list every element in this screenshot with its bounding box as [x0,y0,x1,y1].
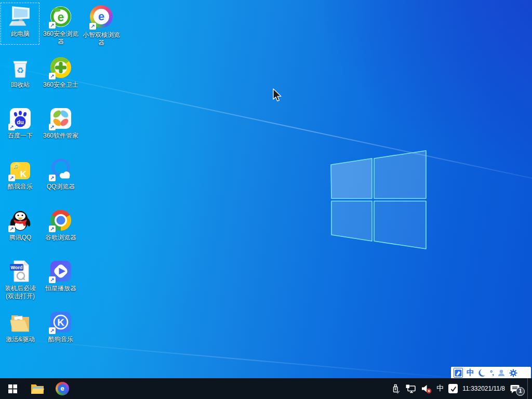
kugou-k-glyph: K [57,317,64,328]
show-desktop-button[interactable] [527,378,532,399]
desktop-icon-chrome[interactable]: ↗ 谷歌浏览器 [41,208,81,242]
chrome-icon: ↗ [48,208,73,233]
desktop-wallpaper: 此电脑 ♻ 回收站 du ↗ 百度一下 [0,0,532,378]
shortcut-arrow-icon: ↗ [89,23,96,30]
folder-icon [8,310,33,335]
icon-label: 腾讯QQ [0,234,41,242]
shortcut-arrow-icon: ↗ [8,175,15,181]
baidu-icon: du ↗ [8,106,33,131]
desktop-icon-kuwo-music[interactable]: ♫ K ↗ 酷我音乐 [0,157,41,191]
shortcut-arrow-icon: ↗ [49,276,56,283]
shortcut-arrow-icon: ↗ [49,327,56,334]
360-browser-taskbar-button[interactable]: e [50,378,75,399]
icon-label: 360软件管家 [41,132,81,140]
kuwo-music-icon: ♫ K ↗ [8,157,33,182]
ime-logo-icon[interactable] [454,368,463,378]
notification-count-badge: 1 [516,387,525,396]
recycle-glyph: ♻ [17,66,24,75]
action-center-button[interactable]: 1 [510,384,521,394]
desktop-icon-kugou-music[interactable]: K ↗ 酷狗音乐 [41,310,81,343]
shortcut-arrow-icon: ↗ [49,225,56,232]
windows-logo-wallpaper [327,147,429,252]
recycle-bin-icon: ♻ [8,55,33,80]
shortcut-arrow-icon: ↗ [49,22,56,29]
360-safe-tray-icon[interactable] [448,384,458,393]
ime-toolbar: 中 °, [451,367,531,378]
qq-browser-icon: ↗ [48,157,73,182]
start-button[interactable] [0,378,25,399]
word-document-icon: Word [8,259,33,284]
taskbar-clock[interactable]: 11:33 2021/11/8 [462,385,505,393]
icon-label: 此电脑 [0,30,41,38]
icon-label: 酷狗音乐 [41,336,81,343]
360-browser-icon: e [56,382,69,395]
file-explorer-button[interactable] [25,378,50,399]
desktop-icon-recycle-bin[interactable]: ♻ 回收站 [0,55,41,89]
icon-label: 激活&驱动 [0,336,41,343]
taskbar-app-area: e [0,378,75,399]
desktop-icon-360-security-guard[interactable]: ↗ 360安全卫士 [41,55,81,89]
desktop-icon-xiaozhi-browser[interactable]: e ↗ 小智双核浏览器 [81,4,122,47]
desktop-icon-readme-doc[interactable]: Word 装机后必读(双击打开) [0,259,41,300]
360-software-manager-icon: ↗ [48,106,73,131]
icon-label: 恒星播放器 [41,285,81,292]
e-glyph: e [94,9,109,24]
ime-settings-gear-icon[interactable] [509,368,517,378]
icon-label: 装机后必读(双击打开) [2,285,39,300]
360-safe-browser-icon: e ↗ [48,4,73,29]
taskbar: e [0,378,532,399]
icon-label: 酷我音乐 [0,183,41,191]
desktop-icon-hengxing-player[interactable]: ↗ 恒星播放器 [41,259,81,292]
icon-label: 360安全卫士 [41,81,81,89]
shortcut-arrow-icon: ↗ [8,225,15,232]
file-explorer-icon [31,383,44,394]
word-banner-glyph: Word [11,265,23,270]
icon-label: 回收站 [0,81,41,89]
desktop-icon-this-pc[interactable]: 此电脑 [0,4,41,38]
icon-label: 百度一下 [0,132,41,140]
icon-label: 360安全浏览器 [41,30,81,46]
shortcut-arrow-icon: ↗ [8,124,15,130]
system-tray: 中 11:33 2021/11/8 1 [391,378,532,399]
icon-label: 小智双核浏览器 [81,31,122,47]
usb-device-tray-icon[interactable] [391,383,401,394]
windows-start-icon [8,384,17,393]
volume-muted-tray-icon[interactable] [421,384,432,394]
desktop-icon-qq-browser[interactable]: ↗ QQ浏览器 [41,157,81,191]
this-pc-icon [8,4,33,29]
desktop-icon-tencent-qq[interactable]: ↗ 腾讯QQ [0,208,41,242]
xiaozhi-browser-icon: e ↗ [89,5,114,30]
icon-label: QQ浏览器 [41,183,81,191]
mouse-cursor [272,88,283,103]
360-security-guard-icon: ↗ [48,55,73,80]
e-glyph: e [58,10,64,24]
ime-fullwidth-moon-icon[interactable] [478,368,486,378]
shortcut-arrow-icon: ↗ [49,124,56,130]
icon-label: 谷歌浏览器 [41,234,81,242]
ime-chinese-mode[interactable]: 中 [467,368,474,378]
ime-punctuation-mode[interactable]: °, [490,368,494,378]
kuwo-k-glyph: K [20,169,27,179]
shortcut-arrow-icon: ↗ [49,73,56,79]
desktop-icon-360-software-manager[interactable]: ↗ 360软件管家 [41,106,81,140]
e-glyph: e [58,384,67,393]
kugou-music-icon: K ↗ [48,310,73,335]
shortcut-arrow-icon: ↗ [49,175,56,181]
music-notes-glyph: ♫ [13,163,18,170]
desktop-icon-360-browser[interactable]: e ↗ 360安全浏览器 [41,4,81,46]
tencent-qq-icon: ↗ [8,208,33,233]
hengxing-player-icon: ↗ [48,259,73,284]
desktop-icon-activation-drivers[interactable]: 激活&驱动 [0,310,41,343]
ime-user-icon[interactable] [497,368,506,378]
network-tray-icon[interactable] [405,384,416,393]
ime-tray-indicator[interactable]: 中 [436,384,444,393]
desktop-icon-baidu[interactable]: du ↗ 百度一下 [0,106,41,140]
clock-date: 2021/11/8 [478,385,506,393]
clock-time: 11:33 [462,385,477,393]
baidu-du-glyph: du [17,119,23,125]
